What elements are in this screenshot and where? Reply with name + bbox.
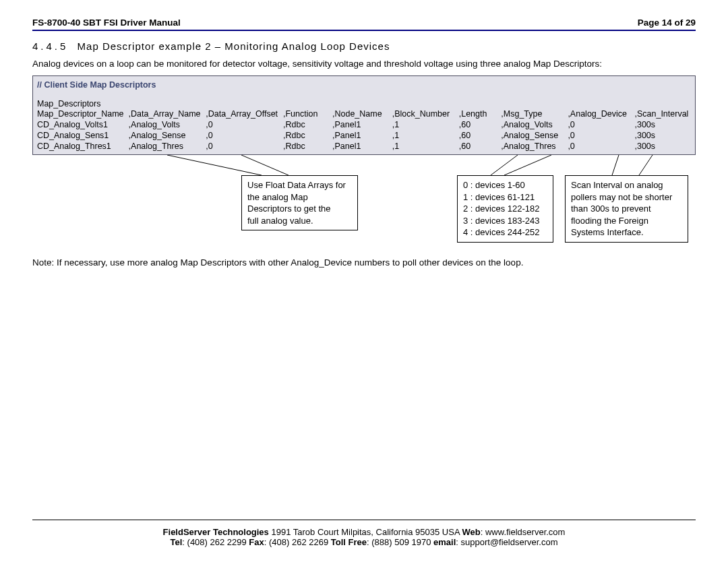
footer-fax: : (408) 262 2269: [264, 537, 331, 547]
footer-tel-label: Tel: [171, 537, 183, 547]
col-header: ,Block_Number: [392, 108, 459, 119]
svg-line-0: [167, 155, 262, 175]
cell: ,60: [459, 130, 502, 141]
cell: ,0: [568, 141, 634, 152]
cell: ,60: [459, 141, 502, 152]
callout-line: Scan Interval on analog: [571, 180, 663, 190]
cell: ,300s: [634, 141, 691, 152]
callout-device-ranges: 0 : devices 1-60 1 : devices 61-121 2 : …: [457, 175, 553, 243]
cell: ,0: [568, 119, 634, 130]
col-header: Map_Descriptor_Name: [37, 108, 129, 119]
footer-line-2: Tel: (408) 262 2299 Fax: (408) 262 2269 …: [0, 537, 728, 547]
footer-tel: : (408) 262 2299: [182, 537, 249, 547]
cell: ,Analog_Sense: [501, 130, 568, 141]
callout-scan-interval: Scan Interval on analog pollers may not …: [565, 175, 688, 243]
table-row: CD_Analog_Thres1 ,Analog_Thres ,0 ,Rdbc …: [37, 141, 691, 152]
callout-line: 2 : devices 122-182: [463, 204, 539, 214]
table-row: CD_Analog_Sens1 ,Analog_Sense ,0 ,Rdbc ,…: [37, 130, 691, 141]
callout-line: the analog Map: [247, 192, 308, 202]
section-number: 4.4.5: [32, 40, 68, 52]
col-header: ,Scan_Interval: [634, 108, 691, 119]
cell: ,1: [392, 130, 459, 141]
col-header: ,Analog_Device: [568, 108, 634, 119]
svg-line-4: [612, 155, 619, 175]
cell: ,Panel1: [332, 130, 392, 141]
table-header-row: Map_Descriptor_Name ,Data_Array_Name ,Da…: [37, 108, 691, 119]
cell: ,60: [459, 119, 502, 130]
page-footer: FieldServer Technologies 1991 Tarob Cour…: [0, 520, 728, 547]
cell: ,300s: [634, 119, 691, 130]
callout-line: flooding the Foreign: [571, 216, 648, 226]
cell: ,0: [568, 130, 634, 141]
callout-line: Use Float Data Arrays for: [247, 180, 346, 190]
callout-line: than 300s to prevent: [571, 204, 651, 214]
svg-line-5: [639, 155, 653, 175]
table-row: CD_Analog_Volts1 ,Analog_Volts ,0 ,Rdbc …: [37, 119, 691, 130]
col-header: ,Data_Array_Offset: [206, 108, 283, 119]
cell: ,Analog_Volts: [129, 119, 206, 130]
callout-line: 4 : devices 244-252: [463, 227, 539, 237]
cell: CD_Analog_Thres1: [37, 141, 129, 152]
cell: ,Rdbc: [283, 141, 332, 152]
callout-line: Systems Interface.: [571, 227, 644, 237]
cell: ,Analog_Thres: [501, 141, 568, 152]
cell: ,1: [392, 141, 459, 152]
col-header: ,Length: [459, 108, 502, 119]
footer-line-1: FieldServer Technologies 1991 Tarob Cour…: [0, 527, 728, 537]
svg-line-2: [491, 155, 518, 175]
callout-float-arrays: Use Float Data Arrays for the analog Map…: [241, 175, 358, 230]
table-comment: // Client Side Map Descriptors: [37, 80, 691, 90]
callout-line: 0 : devices 1-60: [463, 180, 525, 190]
col-header: ,Data_Array_Name: [129, 108, 206, 119]
cell: ,Rdbc: [283, 119, 332, 130]
cell: ,0: [206, 119, 283, 130]
footer-addr: 1991 Tarob Court Milpitas, California 95…: [269, 527, 462, 537]
cell: ,Analog_Volts: [501, 119, 568, 130]
map-title: Map_Descriptors: [37, 99, 691, 108]
callouts-region: Use Float Data Arrays for the analog Map…: [32, 155, 696, 249]
callout-line: Descriptors to get the: [247, 204, 331, 214]
callout-line: 1 : devices 61-121: [463, 192, 535, 202]
col-header: ,Node_Name: [332, 108, 392, 119]
svg-line-3: [504, 155, 551, 175]
cell: ,Analog_Thres: [129, 141, 206, 152]
col-header: ,Msg_Type: [501, 108, 568, 119]
footer-rule: [32, 520, 696, 520]
footer-web-label: Web: [462, 527, 481, 537]
footer-fax-label: Fax: [249, 537, 264, 547]
cell: CD_Analog_Volts1: [37, 119, 129, 130]
cell: ,Rdbc: [283, 130, 332, 141]
descriptor-table: // Client Side Map Descriptors Map_Descr…: [32, 75, 696, 155]
cell: ,Panel1: [332, 141, 392, 152]
col-header: ,Function: [283, 108, 332, 119]
cell: ,1: [392, 119, 459, 130]
cell: ,0: [206, 141, 283, 152]
callout-line: full analog value.: [247, 216, 313, 226]
footer-tollfree: : (888) 509 1970: [367, 537, 433, 547]
cell: ,300s: [634, 130, 691, 141]
svg-line-1: [241, 155, 289, 175]
footer-email: : support@fieldserver.com: [456, 537, 557, 547]
callout-line: pollers may not be shorter: [571, 192, 672, 202]
section-heading: 4.4.5 Map Descriptor example 2 – Monitor…: [32, 40, 696, 52]
cell: ,0: [206, 130, 283, 141]
section-title: Map Descriptor example 2 – Monitoring An…: [78, 40, 390, 52]
page-number: Page 14 of 29: [638, 18, 696, 28]
header-title: FS-8700-40 SBT FSI Driver Manual: [32, 18, 181, 28]
footer-email-label: email: [433, 537, 456, 547]
footer-company: FieldServer Technologies: [163, 527, 269, 537]
data-table: Map_Descriptor_Name ,Data_Array_Name ,Da…: [37, 108, 691, 152]
callout-line: 3 : devices 183-243: [463, 216, 539, 226]
page-header: FS-8700-40 SBT FSI Driver Manual Page 14…: [32, 18, 696, 31]
footer-tollfree-label: Toll Free: [331, 537, 367, 547]
intro-text: Analog devices on a loop can be monitore…: [32, 59, 696, 69]
cell: CD_Analog_Sens1: [37, 130, 129, 141]
cell: ,Analog_Sense: [129, 130, 206, 141]
note-text: Note: If necessary, use more analog Map …: [32, 257, 696, 268]
footer-web: : www.fieldserver.com: [481, 527, 566, 537]
cell: ,Panel1: [332, 119, 392, 130]
